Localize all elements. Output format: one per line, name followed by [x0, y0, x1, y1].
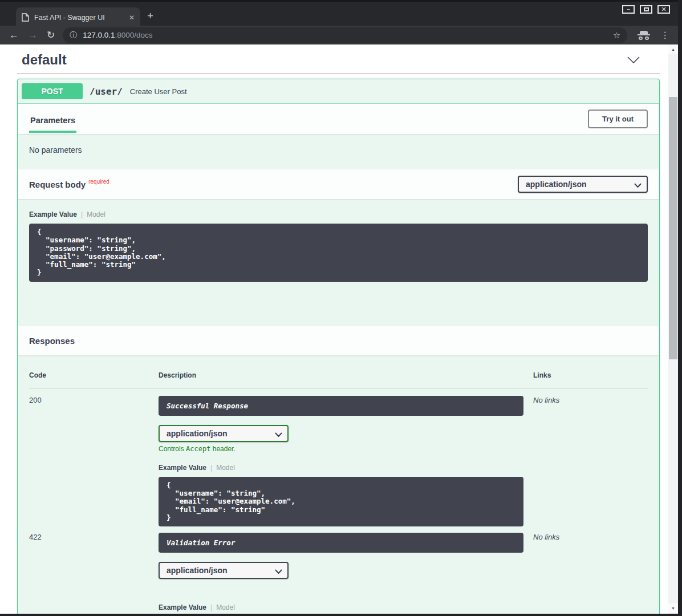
response-code: 422 — [29, 533, 159, 541]
browser-window: Fast API - Swagger UI ✕ + − ✕ ← → ↻ ⓘ 12… — [0, 0, 682, 616]
operation-description: Create User Post — [130, 87, 187, 96]
browser-toolbar: ← → ↻ ⓘ 127.0.0.1:8000/docs ☆ ⋮ — [0, 26, 678, 44]
window-close-button[interactable]: ✕ — [657, 5, 670, 14]
tab-example-value[interactable]: Example Value — [159, 603, 206, 611]
address-bar[interactable]: ⓘ 127.0.0.1:8000/docs ☆ — [63, 27, 627, 43]
window-border-bottom — [0, 614, 678, 616]
tab-model[interactable]: Model — [87, 210, 105, 218]
tab-parameters: Parameters — [29, 111, 76, 133]
incognito-icon — [638, 31, 650, 40]
bookmark-star-icon[interactable]: ☆ — [613, 30, 620, 40]
required-badge: required — [88, 179, 109, 185]
window-border-right — [678, 0, 682, 616]
back-icon[interactable]: ← — [9, 30, 19, 40]
swagger-page: default POST /user/ Create User Post Par… — [0, 44, 668, 614]
window-maximize-button[interactable] — [640, 5, 652, 14]
responses-table: Code Description Links 200 Successful Re… — [18, 355, 659, 614]
reload-icon[interactable]: ↻ — [47, 30, 55, 40]
tag-title: default — [17, 52, 67, 68]
site-info-icon[interactable]: ⓘ — [70, 30, 77, 40]
response-media-type-select-422[interactable]: application/json — [159, 562, 289, 579]
window-minimize-button[interactable]: − — [622, 5, 635, 14]
tag-section-header[interactable]: default — [17, 44, 660, 73]
forward-icon[interactable]: → — [28, 30, 38, 40]
no-parameters-text: No parameters — [18, 134, 659, 169]
response-row-422: 422 Validation Error application/json Ex… — [29, 526, 648, 614]
new-tab-button[interactable]: + — [147, 10, 153, 22]
operation-path: /user/ — [90, 86, 123, 97]
column-code: Code — [29, 371, 159, 379]
select-chevron-icon — [275, 569, 282, 574]
responses-table-head: Code Description Links — [29, 371, 648, 388]
opblock-post-user: POST /user/ Create User Post Parameters … — [17, 79, 660, 614]
column-links: Links — [533, 371, 648, 379]
responses-header: Responses — [18, 326, 659, 355]
request-body-title: Request bodyrequired — [29, 179, 109, 189]
request-media-type-select[interactable]: application/json — [518, 176, 648, 193]
page-scrollbar[interactable]: ▲ ▼ — [668, 44, 678, 614]
maximize-icon — [644, 7, 649, 11]
url-text: 127.0.0.1:8000/docs — [83, 31, 152, 39]
response-links: No links — [533, 396, 648, 404]
response-description: Successful Response — [159, 396, 523, 416]
try-it-out-button[interactable]: Try it out — [588, 110, 648, 128]
scroll-down-icon[interactable]: ▼ — [668, 603, 678, 613]
request-body-example-json: { "username": "string", "password": "str… — [29, 224, 648, 282]
response-description: Validation Error — [159, 533, 523, 553]
parameters-header: Parameters Try it out — [18, 104, 659, 134]
operation-summary[interactable]: POST /user/ Create User Post — [18, 79, 659, 104]
tab-close-icon[interactable]: ✕ — [129, 14, 135, 22]
column-description: Description — [159, 371, 533, 379]
select-chevron-icon — [275, 432, 282, 437]
response-example-json-200: { "username": "string", "email": "user@e… — [159, 477, 523, 526]
tab-title: Fast API - Swagger UI — [34, 14, 125, 22]
titlebar: Fast API - Swagger UI ✕ + − ✕ — [0, 0, 678, 26]
collapse-chevron-icon[interactable] — [627, 56, 640, 63]
controls-accept-message: Controls Accept header. — [159, 445, 533, 453]
tag-divider — [17, 73, 660, 74]
request-body-header: Request bodyrequired application/json — [18, 169, 659, 199]
select-chevron-icon — [634, 183, 642, 188]
browser-tab[interactable]: Fast API - Swagger UI ✕ — [16, 7, 140, 27]
response-media-type-select-200[interactable]: application/json — [159, 425, 289, 442]
browser-menu-icon[interactable]: ⋮ — [660, 30, 669, 40]
tab-model[interactable]: Model — [216, 603, 235, 611]
response-links: No links — [533, 533, 648, 541]
responses-title: Responses — [29, 336, 75, 346]
tab-model[interactable]: Model — [216, 464, 235, 472]
response-row-200: 200 Successful Response application/json… — [29, 388, 648, 526]
scroll-up-icon[interactable]: ▲ — [668, 44, 678, 54]
tab-example-value[interactable]: Example Value — [29, 210, 77, 218]
response-code: 200 — [29, 396, 159, 404]
scrollbar-thumb[interactable] — [669, 97, 677, 359]
method-badge: POST — [22, 83, 83, 99]
tab-example-value[interactable]: Example Value — [159, 464, 206, 472]
page-favicon-icon — [22, 13, 29, 22]
request-body-area: Example Value|Model { "username": "strin… — [18, 199, 659, 326]
